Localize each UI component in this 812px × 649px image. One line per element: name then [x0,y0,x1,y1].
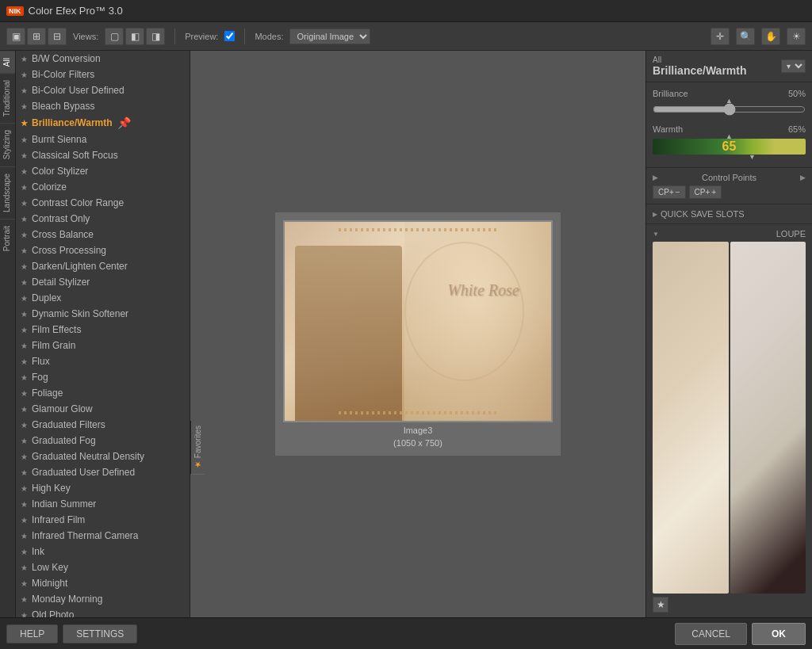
filter-star: ★ [21,71,28,79]
left-tabs: All Traditional Stylizing Landscape Port… [0,51,16,617]
pan-tool[interactable]: ✋ [761,28,780,45]
filter-item[interactable]: ★Film Grain [16,338,190,353]
tab-stylizing[interactable]: Stylizing [0,123,15,166]
filter-star: ★ [21,611,28,618]
filter-label: Old Photo [32,609,74,617]
cancel-button[interactable]: CANCEL [675,623,747,645]
filter-star: ★ [21,246,28,255]
filter-star: ★ [21,55,28,63]
filter-label: Bi-Color Filters [32,69,94,80]
layout-left[interactable]: ◧ [125,28,144,45]
filter-label: Midnight [32,578,67,589]
warmth-track: 65 [653,139,806,155]
tab-portrait[interactable]: Portrait [0,219,15,258]
info-tool[interactable]: ☀ [787,28,806,45]
filter-item[interactable]: ★Graduated Neutral Density [16,449,190,464]
filter-label: Film Effects [32,324,81,335]
layout-single[interactable]: ▢ [105,28,124,45]
zoom-tool[interactable]: 🔍 [736,28,755,45]
filter-item[interactable]: ★Graduated User Defined [16,464,190,480]
filter-item[interactable]: ★Indian Summer [16,496,190,512]
app-logo: NIK [6,6,24,16]
filter-label: Indian Summer [32,498,96,510]
filter-item[interactable]: ★B/W Conversion [16,51,190,67]
tab-landscape[interactable]: Landscape [0,166,15,219]
filter-item[interactable]: ★Bi-Color Filters [16,67,190,82]
filter-item[interactable]: ★Graduated Fog [16,433,190,449]
settings-button[interactable]: SETTINGS [63,624,137,643]
cp-expand: ▶ [800,174,806,181]
filter-item[interactable]: ★Bleach Bypass [16,98,190,114]
favorites-star: ★ [193,460,202,469]
filter-item[interactable]: ★Midnight [16,575,190,591]
filter-star: ★ [21,262,28,271]
cp-right-label: CP+ [695,188,710,197]
filter-item[interactable]: ★Ink [16,544,190,559]
filter-item[interactable]: ★Cross Processing [16,242,190,258]
cp-left-label: CP+ [658,188,674,197]
move-tool[interactable]: ✛ [710,28,730,45]
filter-item[interactable]: ★Graduated Filters [16,417,190,433]
filter-item[interactable]: ★Cross Balance [16,227,190,242]
brilliance-slider[interactable] [653,103,806,116]
preview-area: ★ Favorites White Rose Image3 (1050 x 75… [190,51,645,617]
filter-item[interactable]: ★Contrast Color Range [16,195,190,211]
help-button[interactable]: HELP [6,624,58,643]
filter-preset-dropdown[interactable]: ▾ [781,59,806,73]
warmth-thumb-down: ▼ [749,153,756,161]
filter-item[interactable]: ★Bi-Color User Defined [16,82,190,98]
filter-star: ★ [21,215,28,223]
filter-item[interactable]: ★Flux [16,353,190,369]
filter-item[interactable]: ★Film Effects [16,322,190,338]
modes-select[interactable]: Original Image [289,29,370,44]
filter-item[interactable]: ★Contrast Only [16,211,190,227]
filter-item[interactable]: ★Foliage [16,385,190,401]
tab-traditional[interactable]: Traditional [0,73,15,123]
ok-button[interactable]: OK [752,623,806,645]
favorites-tab[interactable]: ★ Favorites [190,421,205,475]
loupe-image-left [653,242,729,594]
filter-item[interactable]: ★Glamour Glow [16,401,190,417]
main-content: All Traditional Stylizing Landscape Port… [0,51,812,617]
loupe-star-btn[interactable]: ★ [653,597,668,613]
loupe-image-right [730,242,806,594]
filter-label: Fog [32,372,48,383]
view-single-btn[interactable]: ▣ [6,28,25,45]
bottom-bar: HELP SETTINGS CANCEL OK [0,617,812,649]
cp-left-add[interactable]: CP+ − [653,185,686,199]
filter-item[interactable]: ★Darken/Lighten Center [16,258,190,274]
filter-item[interactable]: ★Brilliance/Warmth📌 [16,114,190,132]
filter-label: Darken/Lighten Center [32,261,128,272]
view-dual-btn[interactable]: ⊟ [48,28,67,45]
tab-all[interactable]: All [0,51,15,73]
filter-label: Detail Stylizer [32,277,90,288]
cp-right-add[interactable]: CP+ + [689,185,722,199]
filter-item[interactable]: ★Fog [16,369,190,385]
filter-star: ★ [21,183,28,192]
filter-item[interactable]: ★High Key [16,480,190,496]
filter-item[interactable]: ★Detail Stylizer [16,274,190,290]
filter-item[interactable]: ★Infrared Thermal Camera [16,528,190,544]
image-dimensions: (1050 x 750) [393,438,442,448]
filter-star: ★ [21,357,28,366]
loupe-label: LOUPE [776,229,806,239]
filter-item[interactable]: ★Duplex [16,290,190,306]
filter-label: Monday Morning [32,594,102,605]
right-header-text: All Brilliance/Warmth [653,55,747,77]
filter-item[interactable]: ★Color Stylizer [16,163,190,179]
filter-item[interactable]: ★Dynamic Skin Softener [16,306,190,322]
view-split-btn[interactable]: ⊞ [27,28,46,45]
preview-checkbox[interactable] [224,31,235,41]
layout-right[interactable]: ◨ [146,28,165,45]
quick-save-arrow: ▶ [653,211,657,218]
filter-item[interactable]: ★Monday Morning [16,591,190,607]
filter-star: ★ [21,516,28,525]
filter-item[interactable]: ★Colorize [16,179,190,195]
filter-item[interactable]: ★Burnt Sienna [16,132,190,147]
filter-item[interactable]: ★Classical Soft Focus [16,147,190,163]
filter-label: Color Stylizer [32,166,88,177]
filter-item[interactable]: ★Low Key [16,559,190,575]
filter-panel: ★B/W Conversion★Bi-Color Filters★Bi-Colo… [16,51,190,617]
filter-item[interactable]: ★Old Photo [16,607,190,617]
filter-item[interactable]: ★Infrared Film [16,512,190,528]
